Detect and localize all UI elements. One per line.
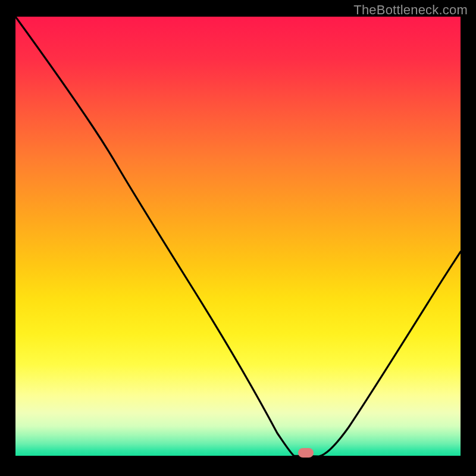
bottleneck-curve bbox=[15, 17, 461, 457]
bottleneck-marker bbox=[298, 448, 314, 458]
watermark-text: TheBottleneck.com bbox=[353, 2, 468, 18]
chart-frame: TheBottleneck.com bbox=[0, 0, 476, 476]
plot-area bbox=[15, 17, 461, 457]
